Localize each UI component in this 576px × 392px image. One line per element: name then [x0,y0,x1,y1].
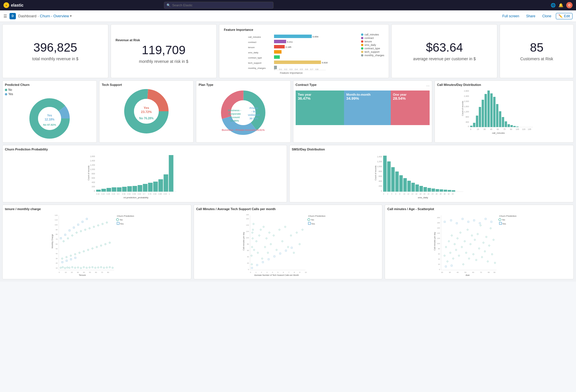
svg-text:Business -: Business - [228,109,241,112]
svg-point-372 [471,235,473,236]
svg-text:Churn Prediction: Churn Prediction [308,215,326,217]
tech-support-title: Tech Support [102,83,191,86]
svg-text:9: 9 [299,272,301,273]
search-input[interactable] [172,3,271,7]
svg-text:0.816: 0.816 [322,61,328,64]
svg-rect-79 [513,126,515,127]
svg-point-285 [252,238,253,239]
svg-point-240 [89,228,90,229]
svg-text:0.7: 0.7 [310,68,313,70]
svg-point-300 [267,252,269,254]
svg-text:20: 20 [423,193,425,195]
svg-text:16: 16 [415,193,417,195]
svg-rect-254 [70,259,72,260]
svg-point-378 [480,225,481,226]
svg-rect-117 [169,155,173,192]
feature-importance-card: Feature Importance call_minutes contract… [219,24,389,78]
svg-point-310 [293,252,294,254]
breadcrumb-dashboard[interactable]: Dashboard [18,14,37,18]
svg-text:80: 80 [247,243,249,245]
svg-rect-107 [117,187,122,192]
svg-rect-154 [423,187,427,192]
svg-rect-11 [274,40,286,43]
svg-point-312 [299,244,300,245]
svg-rect-319 [279,253,281,254]
svg-point-379 [481,257,483,258]
contract-menu-icon[interactable]: ··· [426,83,430,88]
svg-point-218 [103,267,105,269]
search-bar[interactable]: 🔍 [164,2,273,9]
svg-point-375 [476,259,477,261]
svg-text:26: 26 [435,193,437,195]
svg-text:0.1: 0.1 [279,68,282,70]
svg-text:ml.prediction_probability: ml.prediction_probability [124,196,148,199]
svg-rect-161 [452,190,455,192]
svg-point-384 [489,245,490,246]
svg-text:105: 105 [515,128,519,130]
svg-point-364 [460,232,461,233]
plan-type-chart: Business - Corporate Account 39.66% Priv… [199,88,288,137]
clone-button[interactable]: Clone [540,13,554,19]
svg-text:160: 160 [437,227,440,229]
svg-rect-147 [395,171,399,192]
svg-text:200: 200 [92,186,95,188]
svg-rect-72 [493,97,495,127]
svg-text:Tenure: Tenure [79,274,86,276]
svg-point-212 [86,267,87,269]
svg-rect-253 [66,260,67,261]
svg-text:1,000: 1,000 [90,168,95,170]
plan-type-title: Plan Type [199,83,288,86]
svg-text:Business - Private Account 29.: Business - Private Account 29.61% [222,129,265,131]
svg-rect-108 [122,187,127,192]
globe-icon[interactable]: 🌐 [551,3,556,7]
svg-rect-397 [491,221,492,223]
predicted-churn-title: Predicted Churn [5,83,30,86]
svg-text:400: 400 [466,121,469,123]
fullscreen-button[interactable]: Full screen [500,13,522,19]
svg-text:0.7: 0.7 [143,193,146,195]
svg-text:No: No [502,218,505,221]
svg-text:Monthly Charge: Monthly Charge [51,234,54,248]
svg-text:70: 70 [101,272,103,273]
svg-text:0.94: 0.94 [164,193,167,195]
svg-text:0.6: 0.6 [305,68,308,70]
svg-rect-394 [473,220,475,221]
breadcrumb-churn[interactable]: Churn - Overview [40,14,69,18]
avg-revenue-value: $63.64 [396,41,492,54]
svg-text:800: 800 [379,170,382,172]
svg-point-221 [112,267,113,269]
svg-rect-320 [285,250,287,251]
breadcrumb-actions: Full screen Share Clone ✏️ Edit [500,13,573,19]
svg-rect-316 [262,261,264,263]
svg-point-244 [106,222,107,223]
svg-rect-77 [507,124,510,127]
svg-text:Yes: Yes [502,223,506,225]
svg-point-386 [492,254,493,255]
svg-rect-255 [75,257,76,259]
svg-point-284 [251,246,253,248]
svg-point-370 [469,258,470,259]
svg-point-385 [490,228,492,229]
svg-point-230 [96,246,97,248]
svg-text:40: 40 [247,256,249,258]
svg-point-207 [71,267,73,268]
edit-button[interactable]: ✏️ Edit [556,13,573,19]
svg-text:0: 0 [59,272,60,273]
svg-point-228 [87,249,89,251]
svg-text:0.3: 0.3 [290,68,292,70]
svg-text:Count of records: Count of records [461,101,463,116]
svg-text:0.5: 0.5 [300,68,303,70]
top-nav: e elastic 🔍 🌐 🔔 O [0,0,576,10]
user-avatar[interactable]: O [566,2,573,8]
feature-importance-title: Feature Importance [224,28,384,31]
svg-rect-392 [462,218,463,220]
svg-rect-148 [399,175,403,192]
total-revenue-card: 396,825 total monthly revenue in $ [2,24,108,78]
bell-icon[interactable]: 🔔 [558,3,563,7]
share-button[interactable]: Share [524,13,538,19]
breadcrumb-arrow[interactable]: ▾ [70,14,72,18]
hamburger-icon[interactable]: ☰ [3,14,7,18]
svg-text:No 87.82%: No 87.82% [43,123,56,126]
svg-point-224 [70,255,71,257]
svg-text:22: 22 [427,193,429,195]
